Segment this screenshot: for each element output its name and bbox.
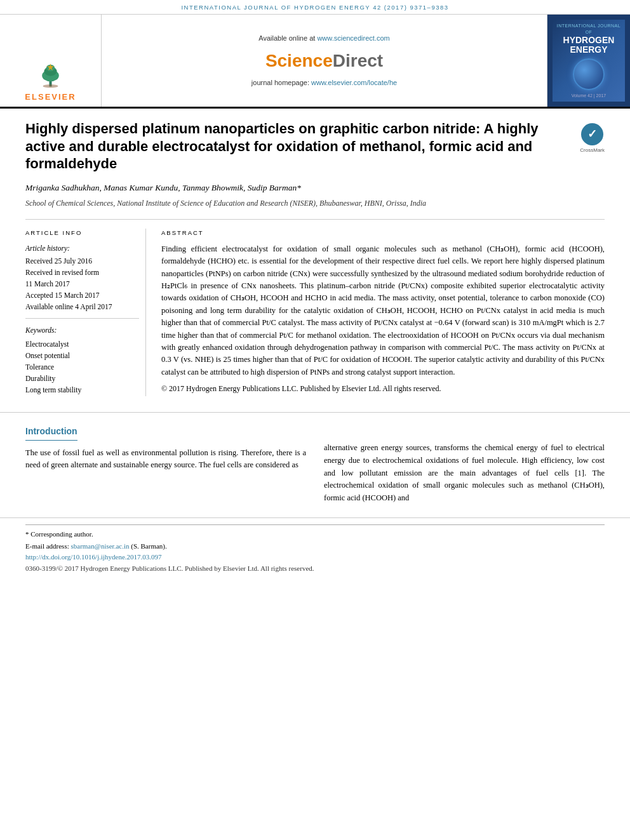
introduction-section: Introduction The use of fossil fuel as w… — [0, 412, 630, 517]
available-online-date: Available online 4 April 2017 — [25, 302, 139, 312]
journal-header-bar: INTERNATIONAL JOURNAL OF HYDROGEN ENERGY… — [0, 0, 630, 15]
abstract-body: Finding efficient electrocatalyst for ox… — [161, 243, 605, 378]
section-divider — [25, 219, 605, 220]
crossmark-badge: ✓ CrossMark — [580, 123, 605, 154]
email-suffix: (S. Barman). — [131, 542, 167, 550]
abstract-column: ABSTRACT Finding efficient electrocataly… — [161, 229, 605, 396]
accepted-date: Accepted 15 March 2017 — [25, 290, 139, 300]
cover-decorative-circle — [573, 58, 605, 90]
introduction-right: alternative green energy sources, transf… — [324, 425, 605, 505]
journal-masthead: ELSEVIER Available online at www.science… — [0, 15, 630, 109]
introduction-left: Introduction The use of fossil fuel as w… — [25, 425, 306, 505]
crossmark-circle-icon: ✓ — [581, 123, 603, 145]
sciencedirect-area: Available online at www.sciencedirect.co… — [102, 15, 547, 107]
keyword-3: Tolerance — [25, 362, 139, 372]
sciencedirect-url[interactable]: www.sciencedirect.com — [317, 34, 389, 42]
article-affiliation: School of Chemical Sciences, National In… — [25, 198, 605, 209]
journal-cover-image: International Journal of HYDROGEN ENERGY… — [547, 15, 630, 107]
history-label: Article history: — [25, 243, 139, 253]
sciencedirect-logo: ScienceDirect — [265, 48, 383, 73]
cover-title-energy: ENERGY — [570, 45, 607, 55]
keywords-label: Keywords: — [25, 325, 139, 335]
sciencedirect-science: Science — [265, 51, 333, 70]
email-label: E-mail address: — [25, 542, 69, 550]
corresponding-author-note: * Corresponding author. — [25, 529, 605, 540]
introduction-title: Introduction — [25, 425, 77, 441]
footer-divider-area: * Corresponding author. E-mail address: … — [25, 524, 605, 574]
sciencedirect-direct: Direct — [333, 51, 383, 70]
doi-link[interactable]: http://dx.doi.org/10.1016/j.ijhydene.201… — [25, 552, 605, 563]
crossmark-badge-area[interactable]: ✓ CrossMark — [580, 123, 605, 154]
keyword-1: Electrocatalyst — [25, 339, 139, 349]
abstract-header: ABSTRACT — [161, 229, 605, 237]
article-authors: Mriganka Sadhukhan, Manas Kumar Kundu, T… — [25, 182, 605, 194]
available-online-label: Available online at www.sciencedirect.co… — [258, 34, 389, 43]
keyword-5: Long term stability — [25, 385, 139, 395]
received-revised-date: 11 March 2017 — [25, 279, 139, 289]
copyright-notice: © 2017 Hydrogen Energy Publications LLC.… — [161, 383, 605, 394]
elsevier-logo-area: ELSEVIER — [0, 15, 102, 107]
keyword-4: Durability — [25, 373, 139, 383]
crossmark-label: CrossMark — [580, 147, 605, 154]
svg-point-5 — [43, 84, 58, 88]
received-date-1: Received 25 July 2016 — [25, 256, 139, 266]
info-divider — [25, 318, 139, 319]
article-main-content: ✓ CrossMark Highly dispersed platinum na… — [0, 109, 630, 409]
homepage-url[interactable]: www.elsevier.com/locate/he — [311, 79, 397, 86]
cover-title-hydrogen: HYDROGEN — [563, 36, 615, 45]
elsevier-brand-text: ELSEVIER — [25, 91, 76, 103]
author-email[interactable]: sbarman@niser.ac.in — [70, 542, 129, 550]
keyword-2: Onset potential — [25, 350, 139, 361]
journal-homepage-area: journal homepage: www.elsevier.com/locat… — [251, 78, 397, 88]
article-footer: * Corresponding author. E-mail address: … — [0, 517, 630, 579]
article-info-column: ARTICLE INFO Article history: Received 2… — [25, 229, 146, 396]
cover-small-text: Volume 42 | 2017 — [572, 93, 606, 98]
issn-copyright: 0360-3199/© 2017 Hydrogen Energy Publica… — [25, 563, 605, 574]
cover-line1: International Journal of — [556, 23, 622, 36]
introduction-right-text: alternative green energy sources, transf… — [324, 442, 605, 505]
elsevier-tree-icon — [33, 63, 68, 88]
article-title: Highly dispersed platinum nanoparticles … — [25, 120, 605, 173]
received-revised-label: Received in revised form — [25, 267, 139, 277]
article-info-header: ARTICLE INFO — [25, 229, 139, 237]
footer-email-line: E-mail address: sbarman@niser.ac.in (S. … — [25, 541, 605, 552]
journal-citation: INTERNATIONAL JOURNAL OF HYDROGEN ENERGY… — [181, 4, 448, 11]
introduction-left-text: The use of fossil fuel as well as enviro… — [25, 447, 306, 472]
article-info-abstract-section: ARTICLE INFO Article history: Received 2… — [25, 229, 605, 396]
introduction-two-col: Introduction The use of fossil fuel as w… — [25, 425, 605, 505]
